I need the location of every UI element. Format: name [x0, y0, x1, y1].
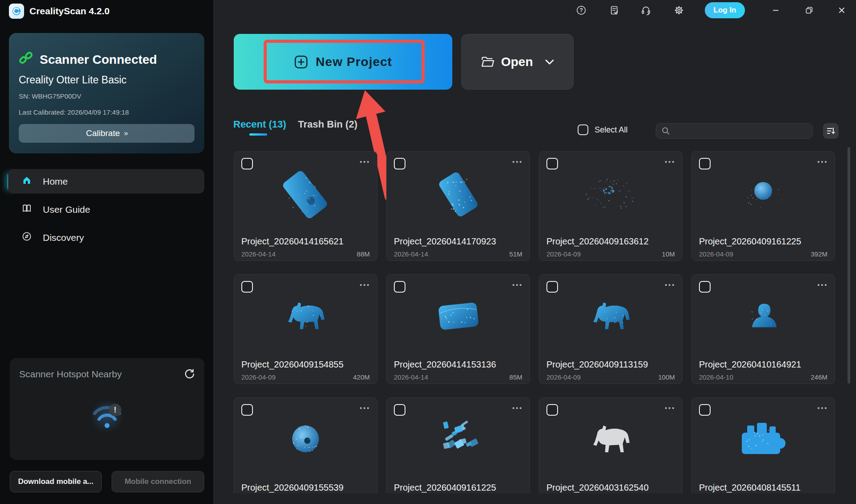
project-size: 392M — [811, 250, 827, 258]
new-project-button[interactable]: New Project — [234, 34, 452, 90]
project-card[interactable]: Project_20260408145511 — [691, 397, 835, 493]
calibrate-button[interactable]: Calibrate » — [19, 124, 194, 143]
sidebar-item-label: User Guide — [43, 204, 90, 215]
close-icon[interactable] — [835, 4, 848, 17]
link-icon — [19, 52, 33, 67]
project-card[interactable]: Project_20260409163612 2026-04-09 10M — [539, 151, 682, 261]
project-title: Project_20260414170923 — [394, 236, 522, 247]
creality-logo-icon — [9, 4, 24, 19]
refresh-icon[interactable] — [184, 368, 195, 381]
hotspot-title: Scanner Hotspot Nearby — [19, 369, 122, 380]
project-card[interactable]: Project_20260409161225 — [386, 397, 530, 493]
project-thumbnail — [692, 282, 835, 352]
project-title: Project_20260408145511 — [699, 483, 827, 493]
search-box — [656, 123, 813, 139]
project-size: 85M — [509, 373, 522, 381]
user-guide-book-icon — [21, 203, 32, 216]
scanner-device-name: Creality Otter Lite Basic — [19, 74, 127, 86]
project-size: 88M — [357, 250, 370, 258]
select-all-label: Select All — [595, 125, 628, 135]
project-title: Project_20260414153136 — [394, 359, 522, 370]
project-date: 2026-04-09 — [699, 250, 733, 258]
plus-square-icon — [294, 55, 308, 69]
svg-text:!: ! — [114, 405, 116, 414]
tab-recent[interactable]: Recent (13) — [233, 119, 286, 130]
sidebar-item-label: Home — [43, 176, 68, 187]
scanner-last-calibrated: Last Calibrated: 2026/04/09 17:49:18 — [19, 108, 129, 116]
project-thumbnail — [234, 405, 377, 475]
project-thumbnail — [692, 159, 835, 229]
project-size: 51M — [509, 250, 522, 258]
project-date: 2026-04-14 — [394, 373, 428, 381]
support-headset-icon[interactable] — [640, 4, 652, 16]
project-size: 100M — [658, 373, 675, 381]
search-icon — [662, 127, 670, 135]
search-input[interactable] — [674, 127, 807, 135]
sort-button[interactable] — [823, 123, 839, 139]
project-thumbnail — [234, 159, 377, 229]
app-window: CrealityScan 4.2.0 Scanner Connected Cre… — [0, 0, 856, 504]
project-thumbnail — [387, 159, 529, 229]
brand: CrealityScan 4.2.0 — [9, 4, 110, 19]
help-icon[interactable]: ? — [575, 4, 587, 16]
project-card[interactable]: Project_20260403162540 — [539, 397, 682, 493]
project-thumbnail — [692, 405, 835, 475]
project-date: 2026-04-10 — [699, 373, 733, 381]
project-thumbnail — [539, 282, 682, 352]
scrollbar-thumb[interactable] — [848, 147, 850, 384]
login-button[interactable]: Log In — [705, 2, 745, 18]
select-all-checkbox[interactable] — [578, 124, 588, 135]
project-card[interactable]: Project_20260409154855 2026-04-09 420M — [234, 274, 377, 384]
scanner-serial: SN: WBHG75P00DV — [19, 92, 81, 100]
scanner-status: Scanner Connected — [40, 53, 157, 67]
project-card[interactable]: Project_20260410164921 2026-04-10 246M — [691, 274, 835, 384]
feedback-icon[interactable] — [608, 4, 620, 16]
project-date: 2026-04-14 — [394, 250, 428, 258]
chevron-down-icon — [545, 59, 554, 65]
project-title: Project_20260409161225 — [699, 236, 827, 247]
restore-icon[interactable] — [802, 4, 816, 17]
open-button[interactable]: Open — [461, 34, 574, 90]
svg-text:?: ? — [579, 7, 583, 13]
project-card[interactable]: Project_20260414153136 2026-04-14 85M — [386, 274, 530, 384]
sidebar-item-user-guide[interactable]: User Guide — [8, 197, 204, 222]
project-date: 2026-04-09 — [546, 250, 581, 258]
project-size: 10M — [662, 250, 675, 258]
sidebar-item-discovery[interactable]: Discovery — [8, 225, 204, 250]
project-thumbnail — [234, 282, 377, 352]
minimize-icon[interactable] — [769, 4, 782, 17]
project-grid: Project_20260414165621 2026-04-14 88M Pr… — [234, 151, 835, 493]
project-card[interactable]: Project_20260414165621 2026-04-14 88M — [234, 151, 377, 261]
scanner-panel: Scanner Connected Creality Otter Lite Ba… — [9, 33, 204, 153]
project-size: 420M — [353, 373, 370, 381]
project-title: Project_20260414165621 — [241, 236, 370, 247]
project-title: Project_20260409154855 — [241, 359, 370, 370]
project-title: Project_20260403162540 — [546, 483, 675, 493]
project-title: Project_20260409113159 — [546, 359, 675, 370]
sidebar-item-label: Discovery — [43, 232, 84, 243]
hotspot-panel: Scanner Hotspot Nearby — [10, 358, 204, 460]
project-card[interactable]: Project_20260409113159 2026-04-09 100M — [539, 274, 682, 384]
app-title: CrealityScan 4.2.0 — [29, 6, 110, 17]
project-card[interactable]: Project_20260414170923 2026-04-14 51M — [386, 151, 530, 261]
project-size: 246M — [811, 373, 827, 381]
project-title: Project_20260409155539 — [241, 483, 370, 493]
project-date: 2026-04-09 — [241, 373, 276, 381]
project-title: Project_20260409161225 — [394, 483, 522, 493]
project-date: 2026-04-14 — [241, 250, 276, 258]
project-card[interactable]: Project_20260409161225 2026-04-09 392M — [691, 151, 835, 261]
project-thumbnail — [387, 405, 529, 475]
project-title: Project_20260410164921 — [699, 359, 827, 370]
active-tab-underline — [249, 133, 267, 136]
tab-trash-bin[interactable]: Trash Bin (2) — [298, 119, 357, 130]
settings-gear-icon[interactable] — [673, 4, 685, 16]
download-mobile-app-button[interactable]: Download mobile a... — [10, 471, 102, 492]
mobile-connection-button[interactable]: Mobile connection — [112, 471, 204, 492]
open-folder-icon — [480, 55, 495, 69]
sidebar-item-home[interactable]: Home — [8, 169, 204, 194]
home-icon — [21, 175, 32, 188]
project-card[interactable]: Project_20260409155539 — [234, 397, 377, 493]
double-chevron-icon: » — [124, 129, 127, 138]
project-thumbnail — [539, 405, 682, 475]
project-thumbnail — [387, 282, 529, 352]
